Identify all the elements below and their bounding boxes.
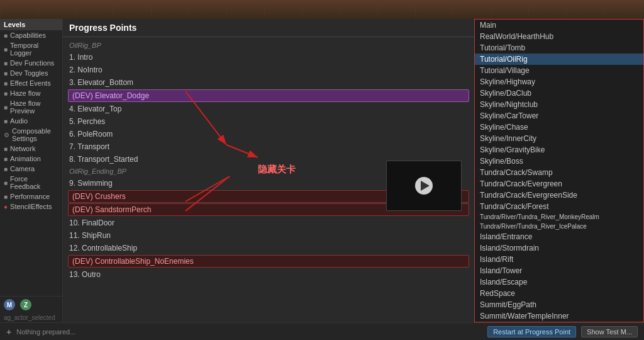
actor-selected-label: ag_actor_selected xyxy=(0,313,62,322)
map-list: Main RealWorld/HearthHub Tutorial/Tomb T… xyxy=(475,20,643,322)
annotation-hidden-level: 隐藏关卡 xyxy=(258,164,296,176)
video-preview-area[interactable] xyxy=(386,161,462,211)
sidebar-item-dev-functions[interactable]: ■ Dev Functions xyxy=(0,58,62,68)
map-item-skyline-daclub[interactable]: Skyline/DaClub xyxy=(475,88,643,99)
network-icon: ■ xyxy=(4,145,8,152)
progress-item-controllable-ship[interactable]: 12. ControllableShip xyxy=(63,242,474,254)
map-item-tutorial-tomb[interactable]: Tutorial/Tomb xyxy=(475,42,643,54)
sidebar-title: Levels xyxy=(0,19,62,30)
add-button[interactable]: + xyxy=(6,327,11,337)
sidebar-item-effect-events[interactable]: ■ Effect Events xyxy=(0,78,62,88)
bottom-status: Nothing prepared... xyxy=(16,328,482,336)
sidebar: Levels ■ Capabilities ■ Temporal Logger … xyxy=(0,19,63,322)
progress-item-intro[interactable]: 1. Intro xyxy=(63,51,474,64)
sidebar-item-temporal-logger[interactable]: ■ Temporal Logger xyxy=(0,40,62,58)
progress-item-elevator-bottom[interactable]: 3. Elevator_Bottom xyxy=(63,76,474,89)
performance-icon: ■ xyxy=(4,193,8,200)
restart-at-progress-point-button[interactable]: Restart at Progress Point xyxy=(487,326,576,337)
map-item-island-entrance[interactable]: Island/Entrance xyxy=(475,231,643,242)
progress-item-ship-run[interactable]: 11. ShipRun xyxy=(63,229,474,242)
progress-item-final-door[interactable]: 10. FinalDoor xyxy=(63,217,474,229)
section-label-1: OilRig_BP xyxy=(63,40,474,51)
composable-settings-icon: ⚙ xyxy=(4,132,9,139)
play-triangle-icon xyxy=(421,181,430,191)
map-item-skyline-innercity[interactable]: Skyline/InnerCity xyxy=(475,133,643,144)
sidebar-item-dev-toggles[interactable]: ■ Dev Toggles xyxy=(0,68,62,78)
map-item-island-rift[interactable]: Island/Rift xyxy=(475,254,643,265)
map-item-skyline-chase[interactable]: Skyline/Chase xyxy=(475,122,643,133)
progress-item-perches[interactable]: 5. Perches xyxy=(63,115,474,128)
map-item-tundra-crack-swamp[interactable]: Tundra/Crack/Swamp xyxy=(475,167,643,178)
avatar-zoe[interactable]: Z xyxy=(20,299,31,310)
map-panel: 地图 Main RealWorld/HearthHub Tutorial/Tom… xyxy=(474,19,644,322)
dev-toggles-icon: ■ xyxy=(4,70,8,77)
progress-header: Progress Points xyxy=(63,19,474,37)
sidebar-item-network[interactable]: ■ Network xyxy=(0,144,62,154)
haze-flow-icon: ■ xyxy=(4,90,8,97)
map-item-island-stormdrain[interactable]: Island/Stormdrain xyxy=(475,242,643,254)
map-item-tundra-crack-evergreen[interactable]: Tundra/Crack/Evergreen xyxy=(475,178,643,190)
sidebar-item-stencil-effects[interactable]: ● StencilEffects xyxy=(0,201,62,212)
sidebar-item-audio[interactable]: ■ Audio xyxy=(0,116,62,126)
progress-item-dev-controllable-ship-no-enemies[interactable]: (DEV) ControllableShip_NoEnemies xyxy=(68,255,469,268)
bottom-bar: + Nothing prepared... Restart at Progres… xyxy=(0,322,644,340)
sidebar-item-camera[interactable]: ■ Camera xyxy=(0,164,62,174)
map-item-summit-watertempleinner[interactable]: Summit/WaterTempleInner xyxy=(475,310,643,322)
audio-icon: ■ xyxy=(4,118,8,125)
progress-item-outro[interactable]: 13. Outro xyxy=(63,268,474,281)
sidebar-item-animation[interactable]: ■ Animation xyxy=(0,154,62,164)
map-item-skyline-highway[interactable]: Skyline/Highway xyxy=(475,76,643,88)
progress-item-nointro[interactable]: 2. NoIntro xyxy=(63,64,474,76)
camera-icon: ■ xyxy=(4,166,8,173)
show-test-button[interactable]: Show Test M... xyxy=(581,326,638,337)
dev-functions-icon: ■ xyxy=(4,60,8,67)
sidebar-item-composable-settings[interactable]: ⚙ Composable Settings xyxy=(0,126,62,144)
temporal-logger-icon: ■ xyxy=(4,46,8,53)
map-item-tutorial-village[interactable]: Tutorial/Village xyxy=(475,65,643,76)
map-item-skyline-boss[interactable]: Skyline/Boss xyxy=(475,156,643,167)
sidebar-item-haze-flow-preview[interactable]: ■ Haze flow Preview xyxy=(0,98,62,116)
map-item-skyline-cartower[interactable]: Skyline/CarTower xyxy=(475,110,643,122)
progress-item-poleroom[interactable]: 6. PoleRoom xyxy=(63,128,474,140)
map-item-island-escape[interactable]: Island/Escape xyxy=(475,276,643,288)
map-item-tundra-crack-forest[interactable]: Tundra/Crack/Forest xyxy=(475,201,643,212)
progress-item-transport[interactable]: 7. Transport xyxy=(63,140,474,153)
sidebar-item-capabilities[interactable]: ■ Capabilities xyxy=(0,30,62,40)
map-item-redspace[interactable]: RedSpace xyxy=(475,288,643,299)
map-item-island-tower[interactable]: Island/Tower xyxy=(475,265,643,276)
capabilities-icon: ■ xyxy=(4,32,8,39)
map-item-tundra-river-icepalace[interactable]: Tundra/River/Tundra_River_IcePalace xyxy=(475,222,643,231)
top-decorative-bar xyxy=(0,0,644,19)
sidebar-item-force-feedback[interactable]: ■ Force Feedback xyxy=(0,174,62,191)
sidebar-item-haze-flow[interactable]: ■ Haze flow xyxy=(0,88,62,98)
sidebar-bottom: M Z xyxy=(0,296,62,313)
progress-item-dev-elevator-dodge[interactable]: (DEV) Elevator_Dodge xyxy=(68,89,469,102)
sidebar-item-performance[interactable]: ■ Performance xyxy=(0,191,62,201)
map-item-tundra-crack-evergreenside[interactable]: Tundra/Crack/EvergreenSide xyxy=(475,190,643,201)
effect-events-icon: ■ xyxy=(4,80,8,87)
map-item-skyline-gravitybike[interactable]: Skyline/GravityBike xyxy=(475,144,643,156)
play-button[interactable] xyxy=(415,177,433,195)
map-item-realworld-hearthhub[interactable]: RealWorld/HearthHub xyxy=(475,31,643,42)
progress-item-elevator-top[interactable]: 4. Elevator_Top xyxy=(63,103,474,115)
map-item-skyline-nightclub[interactable]: Skyline/Nightclub xyxy=(475,99,643,110)
progress-panel: Progress Points OilRig_BP 1. Intro 2. No… xyxy=(63,19,474,322)
map-item-main[interactable]: Main xyxy=(475,20,643,31)
force-feedback-icon: ■ xyxy=(4,179,8,186)
haze-flow-preview-icon: ■ xyxy=(4,104,8,111)
stencil-effects-icon: ● xyxy=(4,203,8,210)
map-item-summit-eggpath[interactable]: Summit/EggPath xyxy=(475,299,643,310)
map-item-tutorial-oilrig[interactable]: Tutorial/OilRig xyxy=(475,54,643,65)
avatar-mio[interactable]: M xyxy=(4,299,15,310)
map-item-tundra-river-monkeyrealm[interactable]: Tundra/River/Tundra_River_MonkeyRealm xyxy=(475,212,643,222)
animation-icon: ■ xyxy=(4,156,8,162)
